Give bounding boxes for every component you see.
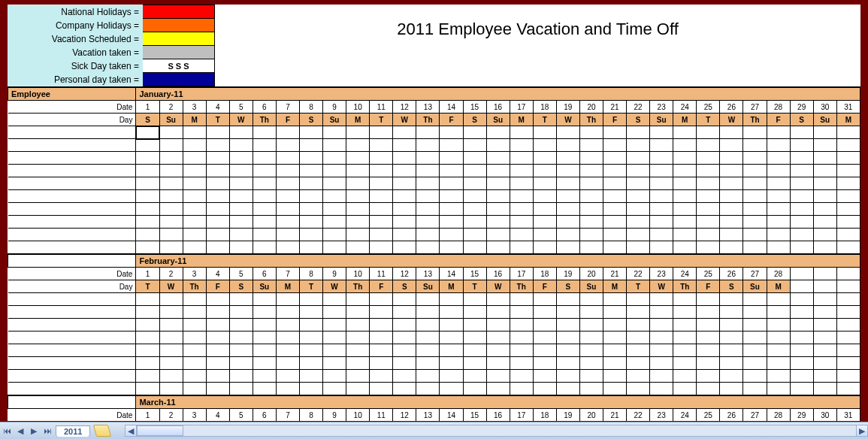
next-sheet-button[interactable]: ▶ (28, 425, 40, 437)
date-row: Date123456789101112131415161718192021222… (8, 268, 860, 280)
app-frame: National Holidays =Company Holidays =Vac… (0, 0, 868, 439)
scroll-thumb[interactable] (137, 425, 183, 436)
data-row[interactable] (8, 344, 860, 357)
date-row: Date123456789101112131415161718192021222… (8, 409, 860, 422)
sheet-tab-active[interactable]: 2011 (56, 425, 90, 437)
sheet-tab-bar: ⏮ ◀ ▶ ⏭ 2011 ◀ ▶ (0, 422, 868, 439)
day-row: DaySSuMTWThFSSuMTWThFSSuMTWThFSSuMTWThFS… (8, 114, 860, 126)
data-row[interactable] (8, 177, 860, 190)
data-row[interactable] (8, 370, 860, 383)
data-row[interactable] (8, 190, 860, 203)
employee-header (8, 395, 136, 409)
spreadsheet-area[interactable]: National Holidays =Company Holidays =Vac… (8, 5, 860, 421)
data-row[interactable] (8, 293, 860, 306)
data-row[interactable] (8, 357, 860, 370)
legend-label: Personal day taken = (8, 73, 143, 86)
month-header: January-11 (136, 87, 860, 101)
employee-header: Employee (8, 87, 136, 101)
month-header: March-11 (136, 395, 860, 409)
data-row[interactable] (8, 165, 860, 177)
legend-swatch: S S S (143, 59, 215, 73)
legend-swatch (143, 32, 215, 46)
date-row: Date123456789101112131415161718192021222… (8, 101, 860, 114)
data-row[interactable] (8, 241, 860, 255)
legend-swatch (143, 19, 215, 32)
page-title: 2011 Employee Vacation and Time Off (215, 5, 860, 86)
data-row[interactable] (8, 332, 860, 344)
data-row[interactable] (8, 383, 860, 396)
legend-label: Sick Day taken = (8, 59, 143, 73)
legend-swatch (143, 46, 215, 59)
data-row[interactable] (8, 216, 860, 229)
calendar-grid[interactable]: EmployeeJanuary-11Date123456789101112131… (8, 86, 860, 421)
data-row[interactable] (8, 126, 860, 139)
first-sheet-button[interactable]: ⏮ (1, 425, 13, 437)
legend-label: Vacation Scheduled = (8, 32, 143, 46)
legend-label: Company Holidays = (8, 19, 143, 32)
month-header: February-11 (136, 254, 860, 268)
prev-sheet-button[interactable]: ◀ (14, 425, 26, 437)
day-row: DayTWThFSSuMTWThFSSuMTWThFSSuMTWThFSSuM (8, 280, 860, 293)
data-row[interactable] (8, 152, 860, 165)
data-row[interactable] (8, 229, 860, 241)
scroll-right-button[interactable]: ▶ (856, 425, 867, 436)
legend-label: Vacation taken = (8, 46, 143, 59)
horizontal-scrollbar[interactable]: ◀ ▶ (125, 425, 868, 437)
legend-box: National Holidays =Company Holidays =Vac… (8, 5, 215, 86)
data-row[interactable] (8, 139, 860, 152)
data-row[interactable] (8, 306, 860, 319)
legend-label: National Holidays = (8, 5, 143, 19)
employee-header (8, 254, 136, 268)
selected-cell (136, 126, 159, 139)
data-row[interactable] (8, 319, 860, 332)
legend-swatch (143, 5, 215, 19)
legend-swatch (143, 73, 215, 86)
data-row[interactable] (8, 203, 860, 216)
scroll-left-button[interactable]: ◀ (126, 425, 137, 436)
new-sheet-button[interactable] (93, 425, 111, 437)
last-sheet-button[interactable]: ⏭ (41, 425, 53, 437)
